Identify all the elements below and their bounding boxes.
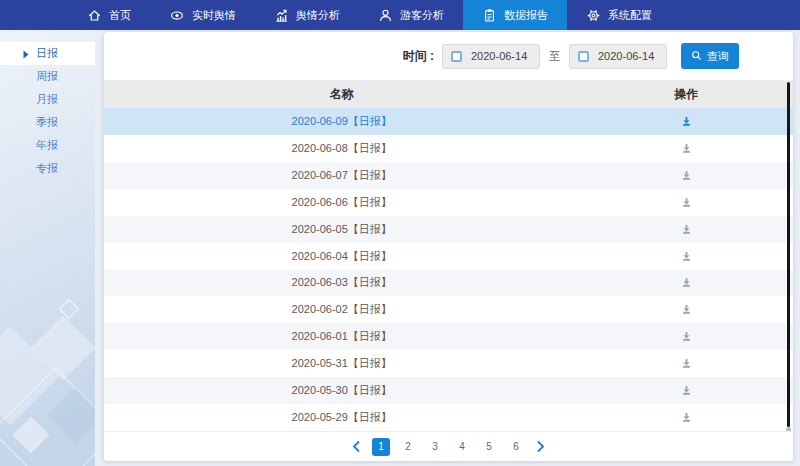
nav-item-label: 舆情分析 (296, 8, 340, 23)
table-header: 名称 操作 (104, 80, 793, 108)
sidebar-item-monthly[interactable]: 月报 (0, 88, 95, 111)
sidebar-item-label: 周报 (36, 69, 58, 84)
table-row[interactable]: 2020-05-30【日报】 (104, 377, 793, 404)
sidebar-item-quarterly[interactable]: 季报 (0, 111, 95, 134)
calendar-icon (578, 51, 589, 62)
action-cell (579, 113, 793, 130)
search-button[interactable]: 查询 (681, 43, 739, 69)
home-icon (87, 8, 102, 23)
table-row[interactable]: 2020-06-08【日报】 (104, 135, 793, 162)
report-table: 2020-06-09【日报】2020-06-08【日报】2020-06-07【日… (104, 108, 793, 431)
nav-item-label: 首页 (109, 8, 131, 23)
report-name-cell: 2020-06-01【日报】 (104, 329, 579, 344)
table-row[interactable]: 2020-06-03【日报】 (104, 270, 793, 297)
date-range-separator: 至 (549, 49, 560, 64)
table-row[interactable]: 2020-06-04【日报】 (104, 243, 793, 270)
page-6-button[interactable]: 6 (507, 438, 525, 456)
report-name-cell: 2020-06-04【日报】 (104, 249, 579, 264)
next-page-button[interactable] (534, 440, 547, 453)
table-row[interactable]: 2020-06-05【日报】 (104, 216, 793, 243)
sidebar-item-daily[interactable]: 日报 (0, 42, 95, 65)
eye-icon (169, 8, 185, 23)
action-cell (579, 221, 793, 238)
action-cell (579, 382, 793, 399)
gear-icon (586, 8, 601, 23)
report-name-cell: 2020-06-08【日报】 (104, 141, 579, 156)
action-cell (579, 328, 793, 345)
report-name-cell: 2020-05-30【日报】 (104, 383, 579, 398)
sidebar-item-label: 月报 (36, 92, 58, 107)
nav-item-label: 系统配置 (608, 8, 652, 23)
end-date-input[interactable]: 2020-06-14 (569, 44, 667, 69)
prev-page-button[interactable] (350, 440, 363, 453)
sidebar-item-label: 季报 (36, 115, 58, 130)
download-button[interactable] (678, 113, 695, 130)
download-button[interactable] (678, 409, 695, 426)
action-cell (579, 167, 793, 184)
download-button[interactable] (678, 355, 695, 372)
download-button[interactable] (678, 274, 695, 291)
nav-item-label: 实时舆情 (192, 8, 236, 23)
report-name-cell: 2020-06-02【日报】 (104, 302, 579, 317)
nav-item-visitor[interactable]: 游客分析 (359, 0, 463, 30)
page-5-button[interactable]: 5 (480, 438, 498, 456)
user-icon (378, 8, 393, 23)
page-2-button[interactable]: 2 (399, 438, 417, 456)
page-3-button[interactable]: 3 (426, 438, 444, 456)
report-name-cell: 2020-06-05【日报】 (104, 222, 579, 237)
sidebar-item-label: 专报 (36, 161, 58, 176)
download-button[interactable] (678, 140, 695, 157)
table-scrollbar[interactable] (787, 82, 790, 427)
action-cell (579, 194, 793, 211)
report-name-cell: 2020-06-03【日报】 (104, 275, 579, 290)
nav-item-label: 游客分析 (400, 8, 444, 23)
table-row[interactable]: 2020-06-07【日报】 (104, 162, 793, 189)
report-name-cell: 2020-06-07【日报】 (104, 168, 579, 183)
nav-item-system[interactable]: 系统配置 (567, 0, 671, 30)
action-cell (579, 355, 793, 372)
pagination: 123456 (104, 431, 793, 461)
sidebar-item-annual[interactable]: 年报 (0, 134, 95, 157)
table-row[interactable]: 2020-05-31【日报】 (104, 350, 793, 377)
start-date-input[interactable]: 2020-06-14 (442, 44, 540, 69)
action-cell (579, 140, 793, 157)
nav-item-analysis[interactable]: 舆情分析 (255, 0, 359, 30)
play-marker-icon (23, 49, 29, 61)
report-name-cell: 2020-06-09【日报】 (104, 114, 579, 129)
sidebar-item-weekly[interactable]: 周报 (0, 65, 95, 88)
column-header-action: 操作 (579, 86, 793, 103)
end-date-value: 2020-06-14 (598, 50, 654, 62)
download-button[interactable] (678, 301, 695, 318)
download-button[interactable] (678, 382, 695, 399)
download-button[interactable] (678, 194, 695, 211)
report-name-cell: 2020-06-06【日报】 (104, 195, 579, 210)
trend-chart-icon (274, 8, 289, 23)
download-button[interactable] (678, 328, 695, 345)
action-cell (579, 274, 793, 291)
report-name-cell: 2020-05-29【日报】 (104, 410, 579, 425)
table-row[interactable]: 2020-06-09【日报】 (104, 108, 793, 135)
sidebar-item-special[interactable]: 专报 (0, 157, 95, 180)
page-1-button[interactable]: 1 (372, 438, 390, 456)
table-row[interactable]: 2020-05-29【日报】 (104, 404, 793, 431)
clipboard-icon (482, 8, 497, 23)
time-filter-label: 时间 : (403, 48, 434, 65)
action-cell (579, 409, 793, 426)
page-4-button[interactable]: 4 (453, 438, 471, 456)
table-row[interactable]: 2020-06-01【日报】 (104, 323, 793, 350)
download-button[interactable] (678, 248, 695, 265)
sidebar-item-label: 日报 (36, 46, 58, 61)
download-button[interactable] (678, 221, 695, 238)
download-button[interactable] (678, 167, 695, 184)
filter-bar: 时间 : 2020-06-14 至 2020-06-14 查询 (104, 32, 793, 80)
table-row[interactable]: 2020-06-06【日报】 (104, 189, 793, 216)
start-date-value: 2020-06-14 (471, 50, 527, 62)
nav-item-report[interactable]: 数据报告 (463, 0, 567, 30)
report-name-cell: 2020-05-31【日报】 (104, 356, 579, 371)
table-row[interactable]: 2020-06-02【日报】 (104, 296, 793, 323)
sidebar-item-label: 年报 (36, 138, 58, 153)
column-header-name: 名称 (104, 86, 579, 103)
nav-item-realtime[interactable]: 实时舆情 (150, 0, 255, 30)
nav-item-home[interactable]: 首页 (68, 0, 150, 30)
nav-item-label: 数据报告 (504, 8, 548, 23)
